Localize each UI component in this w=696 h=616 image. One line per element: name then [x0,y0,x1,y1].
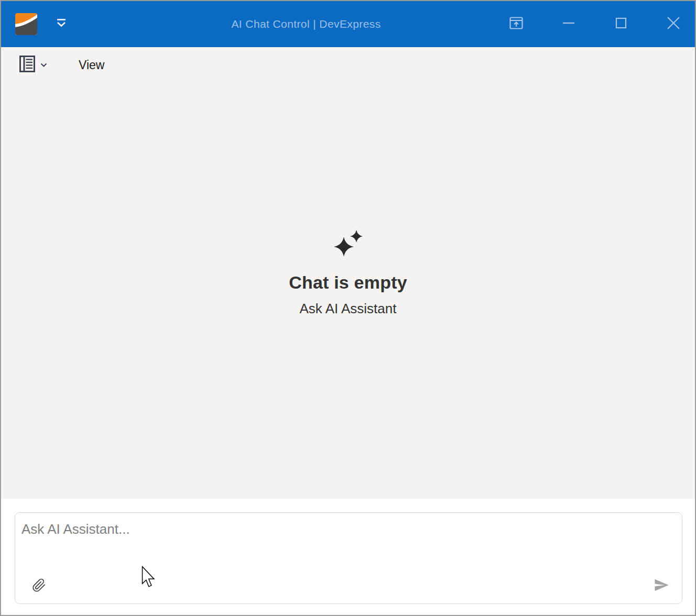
attach-file-button[interactable] [29,577,48,596]
empty-state-subtitle: Ask AI Assistant [300,301,397,317]
window-controls [501,9,689,39]
maximize-button[interactable] [606,9,636,39]
empty-state-title: Chat is empty [289,272,407,293]
window-arrow-up-icon [509,17,523,31]
minimize-icon [562,17,575,31]
message-input-box [15,512,682,604]
maximize-icon [615,17,627,31]
paperclip-icon [32,578,46,595]
titlebar: AI Chat Control | DevExpress [1,1,695,47]
message-input[interactable] [15,513,682,568]
close-button[interactable] [658,9,689,39]
devexpress-logo-icon [15,13,37,35]
send-button[interactable] [652,577,671,596]
window-up-arrow-button[interactable] [501,9,531,39]
ai-sparkles-icon [333,229,363,260]
app-window: AI Chat Control | DevExpress [0,0,696,616]
chat-area: View Chat is empty Ask AI Assistant [1,47,695,499]
overline-chevron-down-icon [55,18,68,30]
chat-empty-state: Chat is empty Ask AI Assistant [1,47,695,499]
quick-access-dropdown-button[interactable] [52,15,71,34]
send-icon [653,577,670,595]
composer-toolbar [29,577,671,596]
composer-area [1,499,695,615]
close-icon [667,16,680,32]
window-title: AI Chat Control | DevExpress [106,18,506,30]
minimize-button[interactable] [553,9,584,39]
